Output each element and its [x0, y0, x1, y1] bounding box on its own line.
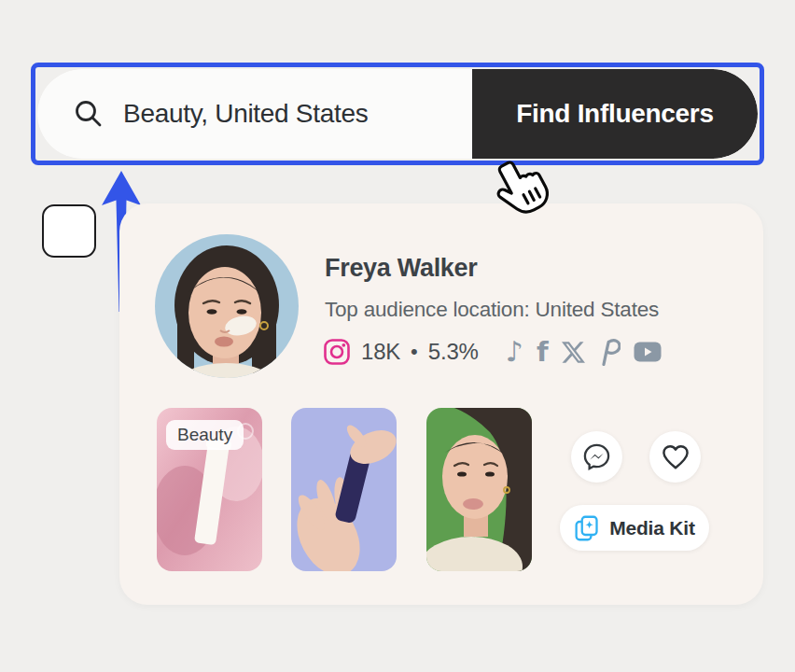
select-checkbox[interactable]	[42, 204, 96, 258]
youtube-icon	[634, 342, 662, 362]
category-tag: Beauty	[166, 420, 244, 450]
search-input[interactable]: Beauty, United States	[37, 69, 472, 159]
pinterest-icon	[598, 338, 621, 366]
influencer-card: Freya Walker Top audience location: Unit…	[119, 203, 763, 605]
content-thumbnail-beauty[interactable]: Beauty	[157, 408, 262, 571]
heart-icon	[662, 444, 690, 470]
follower-count: 18K	[361, 339, 400, 365]
content-thumbnail-serum[interactable]	[291, 408, 397, 571]
audience-location: Top audience location: United States	[325, 298, 659, 322]
thumbnail-photo-green	[426, 408, 532, 571]
avatar	[155, 234, 299, 378]
content-thumbnail-portrait[interactable]	[426, 408, 532, 571]
instagram-icon	[323, 338, 351, 366]
search-bar: Beauty, United States Find Influencers	[37, 69, 758, 159]
search-icon	[73, 98, 105, 130]
favorite-button[interactable]	[649, 431, 701, 483]
search-bar-highlight: Beauty, United States Find Influencers	[31, 63, 764, 165]
media-kit-icon	[574, 514, 600, 542]
media-kit-button[interactable]: Media Kit	[560, 505, 709, 551]
influencer-name: Freya Walker	[325, 254, 478, 283]
search-query-text: Beauty, United States	[123, 99, 368, 129]
engagement-rate: 5.3%	[428, 339, 479, 365]
find-influencers-button[interactable]: Find Influencers	[472, 69, 758, 159]
thumbnail-photo-lavender	[291, 408, 397, 571]
platform-icons: ♪ f	[506, 338, 662, 366]
message-button[interactable]	[571, 431, 622, 483]
tiktok-icon: ♪	[506, 338, 523, 366]
stats-row: 18K • 5.3% ♪ f	[323, 338, 662, 366]
avatar-photo	[155, 234, 299, 378]
x-icon	[562, 341, 585, 364]
stat-separator: •	[411, 340, 418, 364]
media-kit-label: Media Kit	[609, 517, 695, 539]
facebook-icon: f	[537, 338, 549, 366]
messenger-icon	[582, 442, 611, 471]
